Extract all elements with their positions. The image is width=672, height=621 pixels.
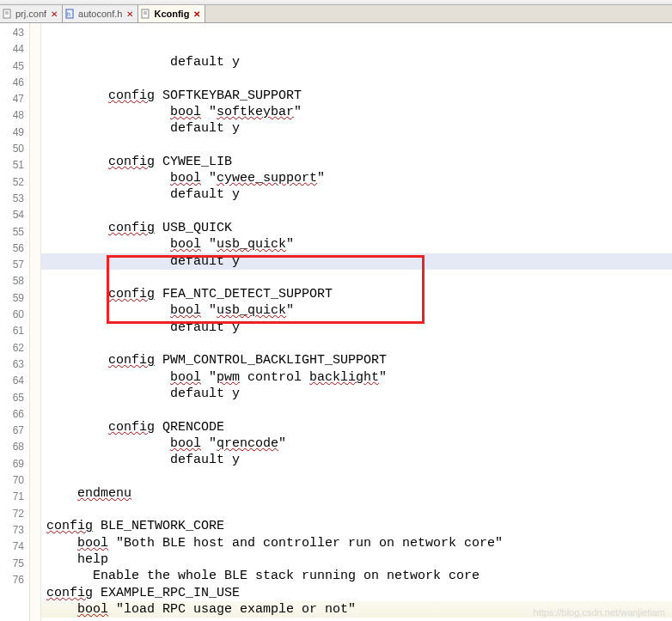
code-line[interactable]: bool "qrencode" <box>41 435 672 452</box>
code-line[interactable]: config QRENCODE <box>41 419 672 435</box>
code-line[interactable]: default y <box>41 54 672 70</box>
line-number: 53 <box>0 191 24 207</box>
line-number: 66 <box>0 406 24 423</box>
line-number: 49 <box>0 125 24 141</box>
line-number: 57 <box>0 257 24 273</box>
code-line[interactable]: default y <box>41 386 672 402</box>
code-line[interactable] <box>41 336 672 352</box>
line-number: 63 <box>0 356 24 373</box>
line-number: 62 <box>0 340 24 356</box>
code-line[interactable]: bool "usb_quick" <box>41 302 672 319</box>
code-line[interactable] <box>41 70 672 87</box>
code-line[interactable] <box>41 137 672 153</box>
line-number: 56 <box>0 240 24 257</box>
code-line[interactable]: bool "Both BLE host and controller run o… <box>41 535 672 551</box>
code-line[interactable] <box>41 204 672 220</box>
line-number: 70 <box>0 472 24 489</box>
code-line[interactable]: default y <box>41 186 672 203</box>
code-line[interactable]: default y <box>41 320 672 336</box>
code-line[interactable] <box>41 502 672 518</box>
code-line[interactable]: config BLE_NETWORK_CORE <box>41 518 672 534</box>
line-number: 55 <box>0 224 24 240</box>
svg-text:h: h <box>67 11 70 17</box>
line-number: 74 <box>0 539 24 555</box>
line-number: 48 <box>0 107 24 124</box>
line-number: 59 <box>0 290 24 307</box>
file-text-icon <box>141 9 151 19</box>
line-number: 72 <box>0 506 24 522</box>
tab-bar: prj.conf ✕ h autoconf.h ✕ Kconfig ✕ <box>0 5 672 23</box>
code-line[interactable]: config PWM_CONTROL_BACKLIGHT_SUPPORT <box>41 352 672 368</box>
code-line[interactable]: config USB_QUICK <box>41 220 672 236</box>
line-number: 64 <box>0 373 24 389</box>
line-number: 46 <box>0 75 24 91</box>
code-line[interactable]: config FEA_NTC_DETECT_SUPPORT <box>41 286 672 302</box>
code-line[interactable] <box>41 270 672 286</box>
tab-prj-conf[interactable]: prj.conf ✕ <box>0 5 63 22</box>
tab-kconfig[interactable]: Kconfig ✕ <box>138 5 205 22</box>
tab-autoconf[interactable]: h autoconf.h ✕ <box>63 5 138 22</box>
code-line[interactable]: default y <box>41 253 672 270</box>
line-number: 47 <box>0 91 24 107</box>
code-line[interactable]: config SOFTKEYBAR_SUPPORT <box>41 88 672 104</box>
code-line[interactable]: default y <box>41 452 672 468</box>
code-line[interactable]: config CYWEE_LIB <box>41 154 672 170</box>
file-header-icon: h <box>65 9 76 19</box>
line-number: 75 <box>0 556 24 572</box>
line-number: 51 <box>0 157 24 174</box>
line-number-gutter: 4344454647484950515253545556575859606162… <box>0 23 30 621</box>
code-line[interactable]: bool "softkeybar" <box>41 104 672 120</box>
code-line[interactable] <box>41 402 672 418</box>
code-line[interactable]: bool "pwm control backlight" <box>41 369 672 386</box>
code-line[interactable]: Enable the whole BLE stack running on ne… <box>41 568 672 584</box>
line-number: 67 <box>0 423 24 439</box>
line-number: 43 <box>0 25 24 41</box>
file-text-icon <box>3 9 13 19</box>
code-area[interactable]: default y config SOFTKEYBAR_SUPPORT bool… <box>41 23 672 621</box>
tab-label: prj.conf <box>15 9 46 19</box>
code-line[interactable]: bool "load RPC usage example or not" <box>41 601 672 618</box>
code-line[interactable]: default y <box>41 120 672 137</box>
fold-column <box>30 23 41 621</box>
close-icon[interactable]: ✕ <box>193 9 200 19</box>
line-number: 61 <box>0 323 24 339</box>
line-number: 71 <box>0 489 24 505</box>
code-line[interactable]: endmenu <box>41 485 672 502</box>
code-line[interactable]: help <box>41 551 672 568</box>
line-number: 60 <box>0 307 24 323</box>
line-number: 68 <box>0 439 24 455</box>
close-icon[interactable]: ✕ <box>51 9 58 19</box>
line-number: 54 <box>0 207 24 223</box>
line-number: 45 <box>0 58 24 75</box>
tab-label: Kconfig <box>154 9 189 19</box>
line-number: 50 <box>0 141 24 157</box>
close-icon[interactable]: ✕ <box>126 9 133 19</box>
code-line[interactable]: bool "usb_quick" <box>41 236 672 253</box>
tab-label: autoconf.h <box>78 9 122 19</box>
line-number: 58 <box>0 273 24 289</box>
code-line[interactable] <box>41 468 672 484</box>
line-number: 69 <box>0 456 24 472</box>
line-number: 65 <box>0 390 24 406</box>
line-number: 73 <box>0 522 24 539</box>
editor: 4344454647484950515253545556575859606162… <box>0 23 672 621</box>
line-number: 76 <box>0 572 24 588</box>
line-number: 52 <box>0 174 24 191</box>
code-line[interactable]: config EXAMPLE_RPC_IN_USE <box>41 585 672 601</box>
line-number: 44 <box>0 41 24 58</box>
code-line[interactable]: bool "cywee_support" <box>41 170 672 186</box>
